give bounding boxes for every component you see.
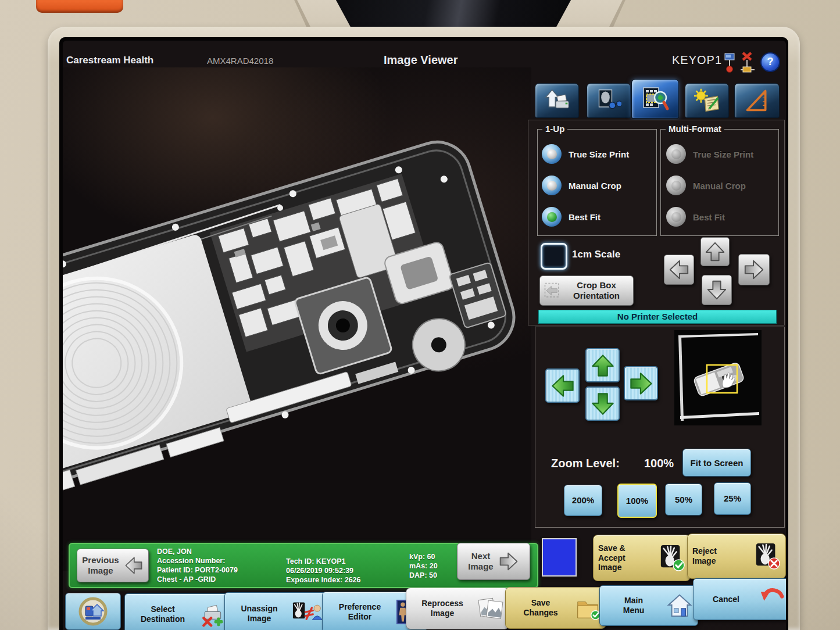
exposure-index: Exposure Index: 2626 — [286, 575, 361, 585]
fit-to-screen-button[interactable]: Fit to Screen — [682, 449, 751, 477]
exposure-info: kVp: 60 mAs: 20 DAP: 50 — [409, 552, 438, 580]
next-image-label: Next Image — [468, 551, 493, 572]
right-arrow-icon — [628, 371, 654, 396]
xray-image-viewport[interactable] — [63, 67, 531, 571]
cancel-button[interactable]: Cancel — [693, 578, 786, 620]
save-changes-label: Save Changes — [510, 598, 571, 618]
network-disconnect-icon — [741, 51, 757, 74]
radio-icon-disabled — [666, 144, 686, 164]
app-brand: Carestream Health — [66, 55, 153, 66]
down-arrow-icon — [706, 279, 728, 301]
zoom-level-label: Zoom Level: — [551, 457, 620, 470]
pan-down-button[interactable] — [585, 386, 620, 421]
preference-editor-label: Preference Editor — [327, 602, 392, 622]
reprocess-image-button[interactable]: Reprocess Image — [406, 588, 509, 629]
study-description: Chest - AP -GRID — [157, 575, 238, 584]
unassign-hand-icon — [292, 601, 323, 627]
multi-format-legend: Multi-Format — [666, 124, 724, 134]
pan-right-button[interactable] — [624, 366, 658, 400]
right-arrow-icon — [743, 259, 765, 281]
film-zoom-icon — [641, 85, 669, 113]
device-photo: Carestream Health AMX4RAD42018 Image Vie… — [0, 0, 840, 630]
zoom-200-button[interactable]: 200% — [564, 485, 602, 516]
previous-image-button[interactable]: Previous Image — [77, 549, 149, 582]
cancel-label: Cancel — [698, 595, 754, 604]
scale-checkbox[interactable] — [541, 243, 567, 270]
machine-id-label: AMX4RAD42018 — [207, 56, 273, 66]
tech-info: Tech ID: KEYOP1 06/26/2019 09:52:39 Expo… — [286, 557, 361, 585]
brightness-edit-icon — [694, 88, 720, 113]
save-changes-button[interactable]: Save Changes — [505, 587, 606, 629]
overview-thumbnail[interactable] — [674, 330, 762, 425]
page-title: Image Viewer — [384, 53, 457, 67]
hand-accept-icon — [659, 544, 685, 572]
archive-home-icon — [78, 596, 108, 627]
up-arrow-icon — [704, 241, 726, 263]
radio-manual-crop[interactable]: Manual Crop — [542, 176, 621, 195]
zoom-100-button[interactable]: 100% — [617, 484, 657, 518]
tab-print-export[interactable] — [535, 83, 579, 118]
main-menu-button[interactable]: Main Menu — [599, 585, 698, 626]
radio-label: Best Fit — [693, 212, 725, 222]
zoom-25-button[interactable]: 25% — [714, 482, 751, 515]
undo-arrow-icon — [757, 586, 785, 612]
study-status-bar: Previous Image DOE, JON Accession Number… — [69, 543, 538, 588]
thumbnail-image — [674, 330, 762, 425]
select-destination-label: Select Destination — [130, 604, 196, 624]
radio-true-size-print[interactable]: True Size Print — [542, 144, 629, 164]
radio-label: Manual Crop — [569, 181, 621, 191]
zoom-level-value: 100% — [644, 457, 674, 470]
save-accept-image-button[interactable]: Save & Accept Image — [593, 535, 691, 581]
machine-top-panel — [317, 0, 590, 30]
network-node-icon — [723, 52, 738, 73]
tab-measure[interactable] — [734, 83, 780, 118]
tab-zoom-crop[interactable] — [631, 79, 679, 119]
reject-label: Reject Image — [692, 546, 750, 566]
radio-label: True Size Print — [693, 149, 753, 159]
film-glasses-icon — [596, 88, 621, 113]
pan-up-button[interactable] — [585, 348, 620, 382]
patient-id: Patient ID: PORT2-0079 — [157, 565, 238, 575]
radio-best-fit[interactable]: Best Fit — [542, 207, 600, 227]
window-level-swatch[interactable] — [542, 538, 577, 577]
tab-view-options[interactable] — [587, 83, 631, 118]
reprocess-image-label: Reprocess Image — [411, 599, 474, 618]
right-arrow-icon — [498, 551, 519, 572]
operator-id: KEYOP1 — [672, 53, 722, 67]
crop-move-right-button[interactable] — [738, 254, 770, 285]
kvp-value: kVp: 60 — [409, 552, 438, 561]
crop-box-orientation-button[interactable]: Crop Box Orientation — [539, 275, 634, 306]
crop-move-up-button[interactable] — [700, 237, 730, 266]
save-folder-icon — [574, 595, 601, 621]
zoom-50-button[interactable]: 50% — [665, 484, 702, 516]
scale-checkbox-label: 1cm Scale — [572, 249, 620, 260]
tab-image-adjust[interactable] — [685, 83, 729, 118]
one-up-legend: 1-Up — [542, 124, 567, 134]
radio-mf-true-size-print: True Size Print — [666, 144, 753, 164]
previous-image-label: Previous Image — [82, 555, 119, 576]
measure-triangle-icon — [744, 88, 770, 113]
reject-image-button[interactable]: Reject Image — [687, 534, 786, 579]
crop-move-left-button[interactable] — [664, 255, 694, 285]
next-image-button[interactable]: Next Image — [457, 543, 530, 580]
dap-value: DAP: 50 — [409, 571, 438, 580]
archive-button[interactable] — [65, 593, 121, 630]
crop-box-orientation-label: Crop Box Orientation — [563, 280, 630, 301]
unassign-image-button[interactable]: Unassign Image — [224, 592, 328, 630]
upload-print-icon — [544, 88, 570, 113]
crop-rotate-icon — [544, 282, 561, 299]
radio-mf-best-fit: Best Fit — [666, 207, 725, 227]
main-menu-label: Main Menu — [605, 596, 663, 615]
save-accept-label: Save & Accept Image — [598, 543, 655, 572]
crop-move-down-button[interactable] — [702, 275, 732, 305]
machine-orange-button[interactable] — [36, 0, 123, 13]
help-button[interactable]: ? — [760, 52, 780, 72]
printer-destination-icon — [199, 601, 225, 628]
radio-icon-disabled — [666, 176, 686, 195]
patient-info: DOE, JON Accession Number: Patient ID: P… — [157, 547, 238, 584]
radio-label: True Size Print — [569, 149, 629, 159]
radio-label: Manual Crop — [693, 181, 746, 191]
radio-icon — [542, 176, 562, 195]
pan-left-button[interactable] — [545, 368, 580, 403]
select-destination-button[interactable]: Select Destination — [124, 593, 230, 630]
